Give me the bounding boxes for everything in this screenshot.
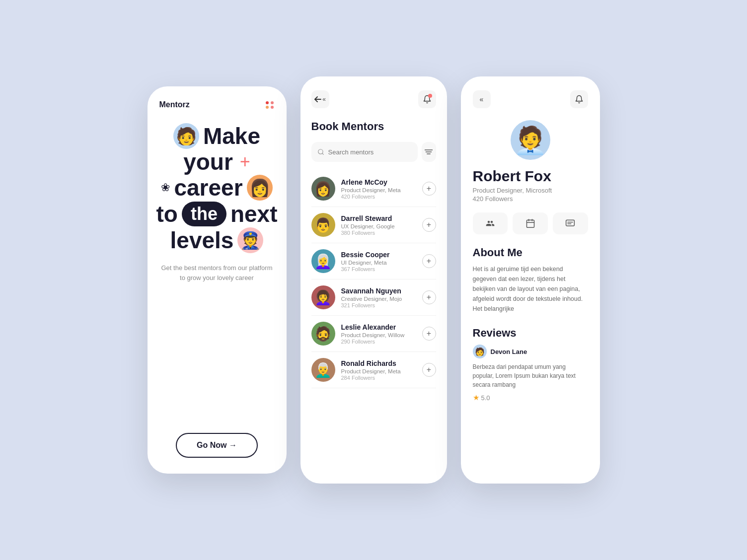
mentor-followers: 321 Followers	[341, 302, 416, 308]
add-mentor-button[interactable]: +	[422, 182, 436, 196]
about-text: Het is al geruime tijd een bekend gegeve…	[473, 264, 588, 314]
mentor-item: 🧔 Leslie Alexander Product Designer, Wil…	[311, 316, 436, 352]
add-mentor-button[interactable]: +	[422, 363, 436, 377]
message-icon	[565, 218, 575, 228]
add-mentor-button[interactable]: +	[422, 290, 436, 304]
mentor-followers: 420 Followers	[341, 194, 416, 200]
notification-button-3[interactable]	[570, 90, 588, 108]
mentor-name: Leslie Alexander	[341, 323, 416, 331]
mentor-role: UI Designer, Meta	[341, 260, 416, 266]
hero-word-next: next	[230, 202, 278, 226]
filter-button[interactable]	[422, 142, 436, 162]
rating-value: 5.0	[481, 394, 490, 402]
mentor-item: 👩 Arlene McCoy Product Designer, Meta 42…	[311, 171, 436, 207]
hero-avatar-1: 🧑	[173, 123, 199, 149]
hero-row-1: 🧑 Make	[173, 123, 260, 149]
mentor-followers: 367 Followers	[341, 266, 416, 272]
hero-word-make: Make	[203, 124, 260, 148]
mentor-avatar-4: 🧔	[311, 322, 335, 346]
hero-word-career: career	[174, 176, 242, 200]
mentor-followers: 380 Followers	[341, 230, 416, 236]
flower-decoration: ❀	[161, 181, 170, 194]
follow-button[interactable]	[473, 212, 508, 234]
profile-followers: 420 Followers	[473, 195, 588, 203]
mentor-list: 👩 Arlene McCoy Product Designer, Meta 42…	[311, 171, 436, 388]
hero-word-to: to	[156, 202, 178, 226]
calendar-button[interactable]	[513, 212, 548, 234]
mentor-role: Creative Designer, Mojo	[341, 296, 416, 302]
screen-2-header: «	[311, 90, 436, 108]
action-buttons	[473, 212, 588, 234]
notification-button[interactable]	[418, 90, 436, 108]
screens-container: Mentorz 🧑 Make your +	[148, 76, 600, 484]
profile-role: Product Designer, Microsoft	[473, 187, 588, 194]
screen-3-header: «	[473, 90, 588, 108]
mentor-info-0: Arlene McCoy Product Designer, Meta 420 …	[341, 178, 416, 200]
profile-name: Robert Fox	[473, 168, 588, 185]
reviews-section: Reviews 🧑 Devon Lane Berbeza dari pendap…	[473, 327, 588, 402]
mentor-name: Savannah Nguyen	[341, 287, 416, 295]
profile-avatar: 🧑‍💼	[511, 120, 550, 160]
reviews-title: Reviews	[473, 327, 588, 340]
star-icon: ★	[473, 393, 479, 402]
mentor-info-2: Bessie Cooper UI Designer, Meta 367 Foll…	[341, 251, 416, 272]
hero-avatar-3: 👮	[237, 227, 263, 253]
add-mentor-button[interactable]: +	[422, 254, 436, 268]
hero-section: 🧑 Make your + ❀ career 👩 to the ne	[159, 123, 275, 433]
screen-1-header: Mentorz	[159, 100, 275, 109]
hero-row-4: to the next	[156, 202, 278, 226]
search-input[interactable]	[328, 143, 412, 161]
hero-row-2: your +	[183, 150, 250, 174]
search-icon	[317, 148, 324, 155]
svg-rect-5	[566, 220, 575, 226]
the-badge: the	[182, 202, 226, 226]
mentor-info-1: Darrell Steward UX Designer, Google 380 …	[341, 214, 416, 236]
back-button[interactable]: «	[311, 90, 329, 108]
plus-decoration: +	[240, 153, 250, 171]
mentor-role: Product Designer, Meta	[341, 368, 416, 374]
mentor-avatar-3: 👩‍🦱	[311, 285, 335, 309]
screen-3: « 🧑‍💼 Robert Fox Product Designer, Micro…	[461, 76, 600, 484]
reviewer: 🧑 Devon Lane	[473, 345, 588, 358]
search-input-wrap	[311, 142, 418, 162]
add-person-icon	[485, 219, 495, 228]
menu-dots-icon[interactable]	[266, 101, 275, 109]
hero-word-levels: levels	[170, 228, 234, 252]
hero-row-5: levels 👮	[170, 227, 264, 253]
mentor-name: Ronald Richards	[341, 359, 416, 367]
hero-avatar-2: 👩	[247, 175, 273, 201]
screen-1: Mentorz 🧑 Make your +	[148, 86, 287, 474]
mentor-name: Arlene McCoy	[341, 178, 416, 186]
mentor-role: Product Designer, Meta	[341, 187, 416, 193]
add-mentor-button[interactable]: +	[422, 218, 436, 232]
profile-avatar-wrap: 🧑‍💼	[473, 120, 588, 160]
mentor-name: Darrell Steward	[341, 214, 416, 222]
mentor-followers: 284 Followers	[341, 375, 416, 381]
mentor-avatar-1: 👨	[311, 213, 335, 237]
mentor-name: Bessie Cooper	[341, 251, 416, 259]
screen-2: « Book Mentors	[300, 76, 447, 484]
back-button-3[interactable]: «	[473, 90, 491, 108]
reviewer-avatar: 🧑	[473, 345, 487, 358]
notification-dot	[428, 94, 432, 98]
reviewer-name: Devon Lane	[491, 348, 527, 355]
mentor-item: 👩‍🦳 Bessie Cooper UI Designer, Meta 367 …	[311, 243, 436, 280]
app-logo: Mentorz	[159, 100, 190, 109]
screen-2-title: Book Mentors	[311, 120, 436, 133]
svg-rect-4	[526, 220, 534, 227]
tagline: Get the best mentors from our platform t…	[159, 263, 275, 282]
mentor-followers: 290 Followers	[341, 339, 416, 345]
message-button[interactable]	[553, 212, 588, 234]
star-rating: ★ 5.0	[473, 393, 588, 402]
calendar-icon	[525, 218, 535, 228]
mentor-role: Product Designer, Willow	[341, 332, 416, 338]
go-now-button[interactable]: Go Now →	[176, 433, 258, 458]
mentor-info-5: Ronald Richards Product Designer, Meta 2…	[341, 359, 416, 381]
add-mentor-button[interactable]: +	[422, 327, 436, 341]
mentor-info-4: Leslie Alexander Product Designer, Willo…	[341, 323, 416, 345]
mentor-role: UX Designer, Google	[341, 223, 416, 229]
filter-icon	[425, 148, 433, 155]
mentor-item: 👨‍🦳 Ronald Richards Product Designer, Me…	[311, 352, 436, 388]
search-bar	[311, 142, 436, 162]
mentor-item: 👩‍🦱 Savannah Nguyen Creative Designer, M…	[311, 280, 436, 316]
